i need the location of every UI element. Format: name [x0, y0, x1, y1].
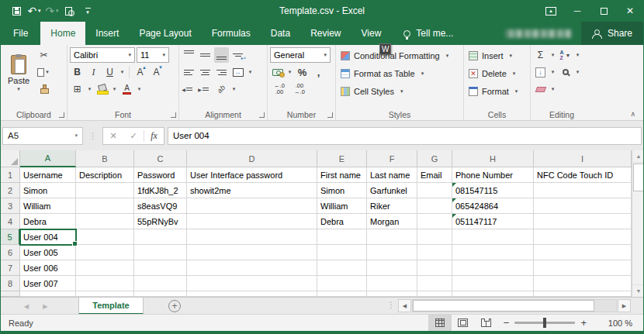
cell[interactable]: [367, 245, 417, 260]
undo-button[interactable]: ↶▾: [26, 2, 42, 19]
row-header[interactable]: 6: [1, 245, 20, 260]
cell[interactable]: [76, 229, 134, 245]
cell[interactable]: [367, 229, 417, 245]
cell[interactable]: User Interface password: [187, 167, 317, 183]
cell[interactable]: [452, 229, 534, 245]
fill-dropdown-icon[interactable]: ▾: [549, 64, 556, 80]
borders-button[interactable]: ⊞: [70, 81, 85, 97]
autosum-button[interactable]: Σ: [533, 47, 548, 63]
row-header[interactable]: [1, 291, 20, 297]
increase-decimal-button[interactable]: ←.0.00: [270, 81, 289, 97]
number-format-select[interactable]: General▾: [270, 47, 331, 63]
tab-home[interactable]: Home: [40, 22, 85, 45]
tab-review[interactable]: Review: [300, 22, 351, 45]
orientation-dropdown-icon[interactable]: ▾: [230, 81, 237, 97]
formula-bar-input[interactable]: User 004: [168, 127, 642, 145]
sort-filter-button[interactable]: AZ▼: [558, 47, 573, 63]
accounting-dropdown-icon[interactable]: ▾: [286, 64, 293, 80]
align-right-button[interactable]: [214, 64, 229, 80]
row-header[interactable]: 1: [1, 167, 20, 183]
cell[interactable]: [534, 198, 632, 214]
format-as-table-button[interactable]: Format as Table▾: [338, 65, 461, 81]
new-sheet-button[interactable]: +: [168, 300, 181, 312]
customize-qat-button[interactable]: ▾: [80, 2, 95, 19]
font-color-dropdown-icon[interactable]: ▾: [136, 81, 143, 97]
delete-cells-button[interactable]: ✕Delete▾: [466, 65, 528, 81]
cell[interactable]: Email: [417, 167, 452, 183]
zoom-out-button[interactable]: −: [498, 317, 515, 329]
decrease-font-size-button[interactable]: A▼: [149, 64, 164, 80]
cell[interactable]: Debra: [317, 214, 367, 229]
underline-button[interactable]: U: [102, 64, 117, 80]
column-header-C[interactable]: C: [134, 150, 187, 167]
bold-button[interactable]: B: [70, 64, 85, 80]
page-break-preview-button[interactable]: [475, 315, 498, 331]
cell[interactable]: [367, 291, 417, 297]
column-header-E[interactable]: E: [317, 150, 367, 167]
normal-view-button[interactable]: [428, 315, 452, 331]
cell[interactable]: [317, 245, 367, 260]
cell[interactable]: [187, 245, 317, 260]
cell[interactable]: [367, 260, 417, 276]
sheet-tab-template[interactable]: Template: [78, 298, 144, 315]
cell[interactable]: 55pRNyBv: [134, 214, 187, 229]
redo-button[interactable]: ↷▾: [44, 2, 60, 19]
cell[interactable]: [76, 214, 134, 229]
wrap-text-button[interactable]: ↩: [230, 47, 245, 63]
cell[interactable]: Phone Number: [452, 167, 534, 183]
cut-button[interactable]: ✂: [36, 47, 51, 63]
cell[interactable]: Garfunkel: [367, 183, 417, 198]
cell[interactable]: [534, 214, 632, 229]
cell[interactable]: [134, 229, 187, 245]
font-size-select[interactable]: 11▾: [137, 47, 169, 63]
font-dialog-launcher[interactable]: [171, 112, 176, 118]
find-select-button[interactable]: [558, 64, 573, 80]
cell[interactable]: Simon: [317, 183, 367, 198]
cell[interactable]: [317, 229, 367, 245]
clear-button[interactable]: [533, 81, 548, 97]
cell[interactable]: [76, 291, 134, 297]
cell[interactable]: Password: [134, 167, 187, 183]
insert-function-button[interactable]: fx: [144, 130, 164, 142]
fill-color-button[interactable]: [95, 81, 109, 97]
name-box[interactable]: A5▾: [2, 127, 83, 145]
clipboard-dialog-launcher[interactable]: [59, 112, 64, 118]
cancel-button[interactable]: ✕: [103, 131, 123, 141]
row-header[interactable]: 7: [1, 260, 20, 276]
scroll-up-button[interactable]: ▲: [632, 150, 644, 163]
decrease-indent-button[interactable]: ◀: [182, 81, 196, 97]
cell[interactable]: First name: [317, 167, 367, 183]
tab-splitter-icon[interactable]: ⋮: [387, 301, 395, 309]
paste-button[interactable]: Paste ▾: [3, 47, 34, 97]
collapse-ribbon-button[interactable]: ∧: [630, 110, 635, 118]
clear-dropdown-icon[interactable]: ▾: [549, 81, 556, 97]
cell[interactable]: [187, 276, 317, 291]
column-header-B[interactable]: B: [76, 150, 134, 167]
cell[interactable]: [76, 198, 134, 214]
cell-styles-button[interactable]: Cell Styles▾: [338, 83, 461, 99]
cell[interactable]: [187, 214, 317, 229]
find-select-dropdown-icon[interactable]: ▾: [574, 64, 581, 80]
accounting-format-button[interactable]: [270, 64, 285, 80]
cell[interactable]: Description: [76, 167, 134, 183]
zoom-slider-thumb[interactable]: [543, 318, 546, 328]
cell[interactable]: NFC Code Touch ID: [534, 167, 632, 183]
cell[interactable]: Username: [20, 167, 76, 183]
row-header[interactable]: 2: [1, 183, 20, 198]
cell[interactable]: [76, 183, 134, 198]
name-box-dropdown-icon[interactable]: ▾: [74, 133, 78, 139]
autosum-dropdown-icon[interactable]: ▾: [549, 47, 556, 63]
cell[interactable]: [317, 291, 367, 297]
horizontal-scrollbar[interactable]: [412, 299, 617, 312]
scroll-down-button[interactable]: ▼: [632, 284, 644, 297]
cell[interactable]: William: [317, 198, 367, 214]
increase-indent-button[interactable]: ▶: [198, 81, 213, 97]
cell[interactable]: [367, 276, 417, 291]
cell[interactable]: [417, 260, 452, 276]
scroll-left-button[interactable]: ◀: [398, 299, 411, 312]
cell[interactable]: [534, 229, 632, 245]
row-header[interactable]: 3: [1, 198, 20, 214]
page-layout-view-button[interactable]: [452, 315, 475, 331]
sort-filter-dropdown-icon[interactable]: ▾: [574, 47, 581, 63]
column-header-I[interactable]: I: [534, 150, 632, 167]
